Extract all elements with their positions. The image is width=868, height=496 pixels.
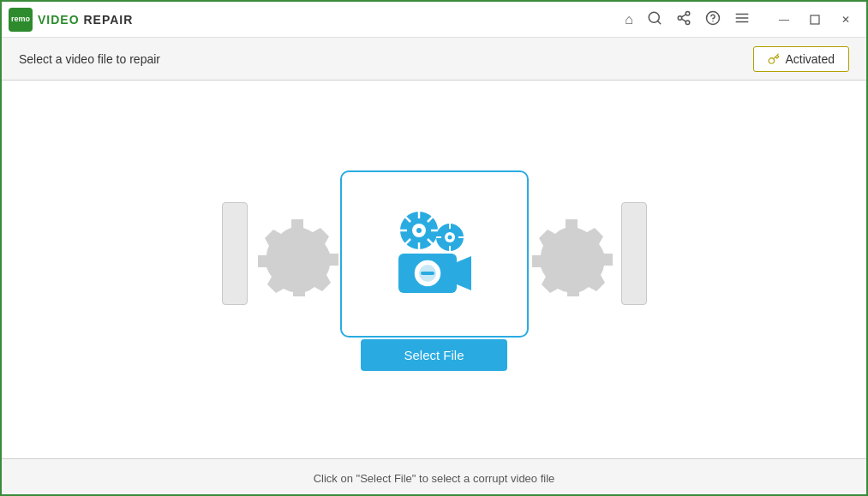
svg-line-6 — [681, 14, 685, 16]
illustration-wrapper — [246, 168, 623, 339]
gear-left-icon — [254, 211, 340, 296]
svg-line-5 — [681, 19, 685, 21]
window-controls: — ✕ — [770, 8, 859, 32]
center-box — [340, 170, 529, 338]
title-suffix: REPAIR — [83, 13, 133, 27]
restore-button[interactable] — [801, 8, 829, 32]
connector-right — [621, 202, 647, 305]
svg-point-15 — [416, 228, 422, 233]
video-camera-icon — [374, 198, 494, 309]
activated-button[interactable]: Activated — [753, 46, 849, 72]
close-button[interactable]: ✕ — [832, 8, 859, 32]
title-bar: remo VIDEO REPAIR ⌂ — [2, 2, 866, 38]
search-icon[interactable] — [647, 10, 662, 29]
connector-left — [222, 202, 248, 305]
share-icon[interactable] — [676, 10, 691, 29]
page-title: Select a video file to repair — [19, 52, 160, 66]
app-title: VIDEO REPAIR — [38, 13, 133, 27]
app-logo: remo — [9, 8, 33, 32]
select-file-button[interactable]: Select File — [361, 339, 506, 371]
help-icon[interactable] — [705, 10, 721, 29]
svg-rect-34 — [421, 272, 434, 275]
title-bar-left: remo VIDEO REPAIR — [9, 8, 133, 32]
svg-line-1 — [657, 21, 660, 23]
menu-icon[interactable] — [734, 10, 750, 29]
title-prefix: VIDEO — [38, 13, 83, 27]
gear-right-icon — [529, 211, 614, 296]
main-content: Select File — [2, 81, 866, 458]
title-bar-controls: ⌂ — — [625, 8, 859, 32]
svg-rect-12 — [811, 15, 819, 24]
status-bar: Click on "Select File" to select a corru… — [2, 458, 866, 496]
activated-label: Activated — [785, 52, 835, 66]
home-icon[interactable]: ⌂ — [625, 12, 633, 27]
key-icon — [768, 53, 780, 65]
svg-point-26 — [447, 236, 452, 240]
minimize-button[interactable]: — — [770, 8, 798, 32]
status-text: Click on "Select File" to select a corru… — [314, 472, 555, 485]
svg-marker-35 — [457, 256, 471, 290]
sub-header: Select a video file to repair Activated — [2, 38, 866, 81]
